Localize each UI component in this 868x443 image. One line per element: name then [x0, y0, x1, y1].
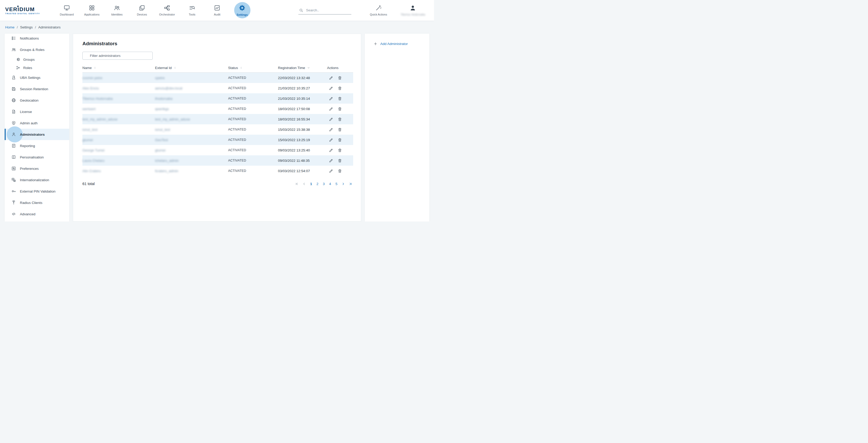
- delete-button[interactable]: [338, 117, 342, 121]
- table-row: wertwertqwertkgsACTIVATED18/03/2022 17:5…: [83, 104, 353, 114]
- nav-item-tools[interactable]: Tools: [180, 0, 205, 21]
- pencil-icon: [329, 148, 333, 152]
- sidebar-item-administrators[interactable]: Administrators: [5, 129, 69, 140]
- column-header-name[interactable]: Name: [83, 66, 155, 70]
- veridium-logo[interactable]: VERIDIUM TRUSTED DIGITAL IDENTITY: [5, 6, 46, 14]
- brand-tagline: TRUSTED DIGITAL IDENTITY: [5, 13, 46, 14]
- nav-item-orchestrator[interactable]: Orchestrator: [154, 0, 180, 21]
- nav-item-label: Audit: [214, 13, 220, 16]
- preferences-icon: [11, 166, 16, 171]
- breadcrumb-home[interactable]: Home: [5, 25, 14, 29]
- edit-button[interactable]: [329, 117, 333, 121]
- sidebar-item-preferences[interactable]: Preferences: [5, 163, 69, 174]
- pencil-icon: [329, 138, 333, 142]
- user-profile-button[interactable]: Tiberius Hodorsaba: [400, 5, 425, 16]
- sidebar-item-license[interactable]: License: [5, 106, 69, 117]
- sidebar-item-notifications[interactable]: Notifications: [5, 34, 69, 44]
- brand-name: VERIDIUM: [5, 6, 46, 12]
- delete-button[interactable]: [338, 158, 342, 163]
- column-header-label: Name: [83, 66, 92, 70]
- page-number-3[interactable]: 3: [322, 182, 325, 186]
- actions-panel: Add Administrator: [365, 34, 429, 222]
- sidebar-item-session-retention[interactable]: Session Retention: [5, 83, 69, 95]
- edit-button[interactable]: [329, 96, 333, 101]
- delete-button[interactable]: [338, 127, 342, 132]
- sidebar-item-groups-roles[interactable]: Groups & Roles: [5, 44, 69, 55]
- cell-status: ACTIVATED: [228, 128, 278, 131]
- sort-both-icon: [174, 66, 177, 70]
- administrators-icon: [11, 132, 16, 137]
- table-row: Laura Chelarulchelaru_adminACTIVATED09/0…: [83, 155, 353, 166]
- nav-item-dashboard[interactable]: Dashboard: [54, 0, 79, 21]
- cell-actions: [327, 158, 353, 163]
- edit-button[interactable]: [329, 138, 333, 142]
- sidebar-item-external-pin-validation[interactable]: External PIN Validation: [5, 185, 69, 197]
- nav-item-audit[interactable]: Audit: [205, 0, 230, 21]
- delete-button[interactable]: [338, 138, 342, 142]
- sidebar-item-label: Groups & Roles: [20, 48, 44, 52]
- add-administrator-label: Add Administrator: [380, 42, 408, 46]
- cell-actions: [327, 76, 353, 80]
- cell-name: George Tumei: [83, 148, 155, 152]
- radius-clients-icon: [11, 200, 16, 205]
- table-footer: 61 total 12345: [83, 182, 353, 186]
- sidebar-item-personalisation[interactable]: Personalisation: [5, 151, 69, 163]
- sidebar-item-advanced[interactable]: Advanced: [5, 208, 69, 220]
- cell-actions: [327, 96, 353, 101]
- column-header-external_id[interactable]: External Id: [155, 66, 228, 70]
- sidebar-item-radius-clients[interactable]: Radius Clients: [5, 197, 69, 208]
- page-number-2[interactable]: 2: [316, 182, 319, 186]
- quick-actions-button[interactable]: Quick Actions: [370, 5, 387, 16]
- column-header-registration_time[interactable]: Registration Time: [278, 66, 327, 70]
- delete-button[interactable]: [338, 107, 342, 111]
- search-input[interactable]: [306, 8, 347, 12]
- delete-button[interactable]: [338, 76, 342, 80]
- breadcrumb-settings[interactable]: Settings: [20, 25, 33, 29]
- delete-button[interactable]: [338, 86, 342, 90]
- cell-status: ACTIVATED: [228, 107, 278, 111]
- nav-item-settings[interactable]: Settings: [230, 0, 255, 21]
- delete-button[interactable]: [338, 148, 342, 152]
- page-first-button[interactable]: [295, 182, 299, 185]
- sidebar-item-label: Notifications: [20, 36, 39, 40]
- sidebar-item-geolocation[interactable]: Geolocation: [5, 95, 69, 106]
- edit-button[interactable]: [329, 127, 333, 132]
- sidebar-item-roles[interactable]: Roles: [5, 64, 69, 72]
- nav-item-label: Dashboard: [60, 13, 74, 16]
- page-number-5[interactable]: 5: [335, 182, 338, 186]
- cell-registration-time: 18/03/2022 16:55:34: [278, 117, 327, 121]
- cell-external-id: qwertkgs: [155, 107, 228, 111]
- edit-button[interactable]: [329, 148, 333, 152]
- cell-status: ACTIVATED: [228, 97, 278, 100]
- nav-item-applications[interactable]: Applications: [79, 0, 104, 21]
- edit-button[interactable]: [329, 158, 333, 163]
- cell-status: ACTIVATED: [228, 76, 278, 80]
- page-next-button[interactable]: [342, 182, 345, 185]
- delete-button[interactable]: [338, 169, 342, 173]
- sidebar-item-reporting[interactable]: Reporting: [5, 140, 69, 151]
- page-prev-button[interactable]: [303, 182, 306, 185]
- nav-item-identities[interactable]: Identities: [104, 0, 129, 21]
- sidebar-item-uba-settings[interactable]: UBA Settings: [5, 72, 69, 83]
- add-administrator-button[interactable]: Add Administrator: [374, 42, 429, 46]
- delete-button[interactable]: [338, 96, 342, 101]
- breadcrumb-separator: /: [35, 25, 36, 29]
- sidebar-item-internationalization[interactable]: Internationalization: [5, 174, 69, 185]
- identities-icon: [114, 5, 120, 11]
- personalisation-icon: [11, 155, 16, 159]
- column-header-status[interactable]: Status: [228, 66, 278, 70]
- edit-button[interactable]: [329, 86, 333, 90]
- filter-administrators-input[interactable]: [83, 52, 153, 60]
- sidebar-item-groups[interactable]: Groups: [5, 55, 69, 64]
- edit-button[interactable]: [329, 76, 333, 80]
- page-number-1[interactable]: 1: [310, 182, 312, 186]
- applications-icon: [89, 5, 95, 11]
- cell-external-id: aenciu@dev.local: [155, 86, 228, 90]
- edit-button[interactable]: [329, 169, 333, 173]
- user-avatar-icon: [409, 5, 416, 11]
- notifications-icon: [11, 36, 16, 40]
- page-number-4[interactable]: 4: [329, 182, 332, 186]
- page-last-button[interactable]: [349, 182, 352, 185]
- edit-button[interactable]: [329, 107, 333, 111]
- nav-item-devices[interactable]: Devices: [129, 0, 154, 21]
